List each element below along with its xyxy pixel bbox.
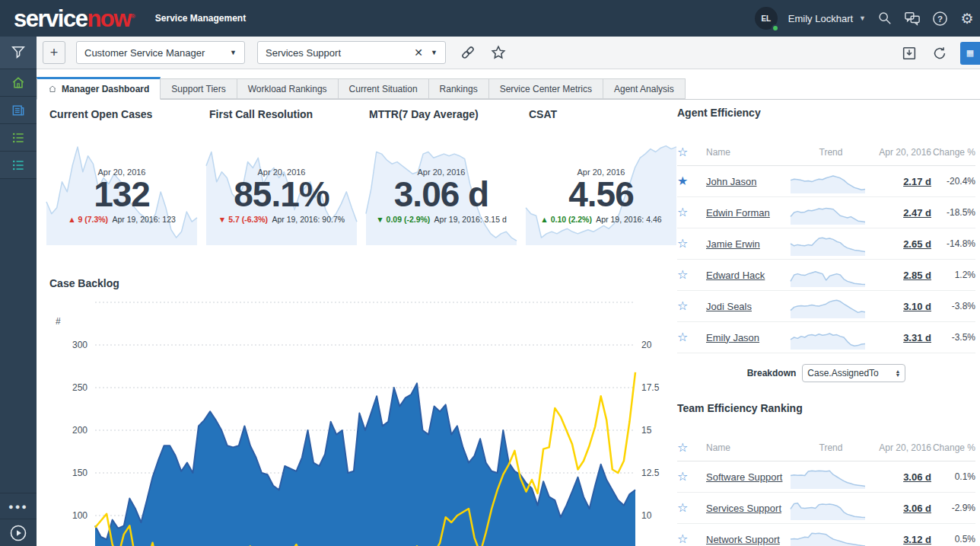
svg-text:20: 20 <box>641 340 652 350</box>
kpi-delta-change: ▼ 5.7 (-6.3%) <box>218 215 268 224</box>
tab-label: Support Tiers <box>171 84 225 94</box>
metric-value-link[interactable]: 3.06 d <box>872 471 931 483</box>
agent-table-header: ☆ Name Trend Apr 20, 2016 Change % <box>677 139 975 166</box>
favorite-star-icon[interactable]: ☆ <box>677 471 706 483</box>
servicenow-logo: servicenow® <box>14 7 135 30</box>
column-trend[interactable]: Trend <box>790 442 872 453</box>
export-icon[interactable] <box>901 45 918 62</box>
agent-name-link[interactable]: John Jason <box>706 176 790 187</box>
favorite-star-icon[interactable]: ☆ <box>677 300 706 312</box>
metric-value-link[interactable]: 2.17 d <box>872 176 931 187</box>
kpi-mttr[interactable]: MTTR(7 Day Average) Apr 20, 2016 3.06 d … <box>365 108 517 247</box>
add-dashboard-button[interactable]: + <box>43 41 65 64</box>
kpi-title: CSAT <box>525 108 677 120</box>
tab-support-tiers[interactable]: Support Tiers <box>161 78 237 99</box>
kpi-delta: ▼ 5.7 (-6.3%) Apr 19, 2016: 90.7% <box>205 215 358 224</box>
column-change[interactable]: Change % <box>931 442 975 453</box>
metric-value-link[interactable]: 3.31 d <box>872 332 931 343</box>
kpi-previous-value: Apr 19, 2016: 90.7% <box>272 215 345 224</box>
column-change[interactable]: Change % <box>931 147 975 158</box>
agent-efficiency-title: Agent Efficiency <box>677 107 975 119</box>
team-row: ☆ Network Support 3.12 d 0.5% <box>677 524 975 546</box>
agent-name-link[interactable]: Edwin Forman <box>706 207 790 219</box>
avatar[interactable]: EL <box>755 7 778 30</box>
play-button[interactable] <box>0 519 37 546</box>
case-backlog-svg: 300250200150100#2017.51512.510 <box>46 297 670 546</box>
column-date[interactable]: Apr 20, 2016 <box>872 147 931 158</box>
breakdown-filter-picker[interactable]: Services Support ✕ ▼ <box>257 41 446 64</box>
change-percent: -3.5% <box>931 332 975 343</box>
trend-sparkline <box>790 231 866 256</box>
gear-icon[interactable]: ⚙ <box>959 10 975 27</box>
agent-name-link[interactable]: Emily Jason <box>706 332 790 343</box>
metric-value-link[interactable]: 2.47 d <box>872 207 931 219</box>
kpi-value: 4.56 <box>525 177 677 212</box>
edit-dashboard-button[interactable]: ▦ <box>960 42 980 65</box>
metric-value-link[interactable]: 3.12 d <box>872 534 931 545</box>
chevron-down-icon: ▼ <box>230 49 237 56</box>
kpi-value: 132 <box>46 177 198 212</box>
favorite-star-icon[interactable]: ☆ <box>677 269 706 281</box>
more-options-icon[interactable]: ●●● <box>0 493 37 519</box>
kpi-first-call-resolution[interactable]: First Call Resolution Apr 20, 2016 85.1%… <box>205 108 358 247</box>
tab-rankings[interactable]: Rankings <box>429 78 489 99</box>
favorite-star-icon[interactable]: ☆ <box>677 502 706 514</box>
favorite-star-icon[interactable]: ★ <box>677 175 706 187</box>
agent-row: ★ John Jason 2.17 d -20.4% <box>677 166 975 197</box>
tab-label: Rankings <box>440 84 478 94</box>
column-name[interactable]: Name <box>706 147 790 158</box>
svg-text:15: 15 <box>641 425 652 436</box>
team-name-link[interactable]: Software Support <box>706 471 790 483</box>
metric-value-link[interactable]: 2.85 d <box>872 270 931 281</box>
sidebar-item-reports[interactable] <box>0 97 37 124</box>
kpi-row: Current Open Cases Apr 20, 2016 132 ▲ 9 … <box>46 108 685 247</box>
favorite-star-icon[interactable]: ☆ <box>677 331 706 343</box>
kpi-csat[interactable]: CSAT Apr 20, 2016 4.56 ▲ 0.10 (2.2%) Apr… <box>525 108 677 247</box>
svg-text:17.5: 17.5 <box>641 382 660 393</box>
team-name-link[interactable]: Network Support <box>706 534 790 545</box>
chat-icon[interactable] <box>904 10 921 27</box>
metric-value-link[interactable]: 3.06 d <box>872 503 931 514</box>
app-header: servicenow® Service Management EL Emily … <box>0 0 980 37</box>
column-trend[interactable]: Trend <box>790 147 872 158</box>
link-icon[interactable] <box>460 44 476 61</box>
user-menu[interactable]: Emily Lockhart <box>788 13 853 24</box>
tab-agent-analysis[interactable]: Agent Analysis <box>603 78 686 99</box>
dashboard-picker[interactable]: Customer Service Manager ▼ <box>76 41 245 64</box>
tab-service-center-metrics[interactable]: Service Center Metrics <box>489 78 603 99</box>
tab-manager-dashboard[interactable]: Manager Dashboard <box>37 77 161 100</box>
trend-sparkline <box>790 263 866 287</box>
tab-current-situation[interactable]: Current Situation <box>339 78 429 99</box>
kpi-previous-value: Apr 19, 2016: 3.15 d <box>434 215 507 224</box>
sidebar-item-list-green[interactable] <box>0 124 37 152</box>
chevron-down-icon[interactable]: ▼ <box>859 14 866 22</box>
clear-filter-icon[interactable]: ✕ <box>414 46 423 59</box>
agent-name-link[interactable]: Edward Hack <box>706 270 790 281</box>
tab-label: Service Center Metrics <box>500 84 592 94</box>
favorite-star-icon[interactable]: ☆ <box>677 533 706 545</box>
sidebar-item-filter[interactable] <box>0 37 37 69</box>
agent-name-link[interactable]: Jodi Seals <box>706 301 790 312</box>
star-column-icon[interactable]: ☆ <box>677 442 706 454</box>
app-sidebar: ●●● <box>0 37 37 546</box>
kpi-current-open-cases[interactable]: Current Open Cases Apr 20, 2016 132 ▲ 9 … <box>46 108 198 247</box>
breakdown-select[interactable]: Case.AssignedTo ▲▼ <box>802 364 905 382</box>
help-icon[interactable]: ? <box>931 10 948 27</box>
kpi-value: 85.1% <box>205 177 358 212</box>
agent-name-link[interactable]: Jamie Erwin <box>706 238 790 250</box>
search-icon[interactable] <box>877 10 893 27</box>
column-name[interactable]: Name <box>706 442 790 453</box>
column-date[interactable]: Apr 20, 2016 <box>872 442 931 453</box>
favorite-star-icon[interactable] <box>490 44 507 61</box>
metric-value-link[interactable]: 3.10 d <box>872 301 931 312</box>
team-name-link[interactable]: Services Support <box>706 503 790 514</box>
sidebar-item-list-teal[interactable] <box>0 152 37 179</box>
favorite-star-icon[interactable]: ☆ <box>677 238 706 250</box>
favorite-star-icon[interactable]: ☆ <box>677 206 706 219</box>
case-backlog-chart[interactable]: 300250200150100#2017.51512.510 <box>46 297 670 546</box>
metric-value-link[interactable]: 2.65 d <box>872 238 931 250</box>
sidebar-item-home[interactable] <box>0 69 37 97</box>
tab-workload-rankings[interactable]: Workload Rankings <box>237 78 339 99</box>
star-column-icon[interactable]: ☆ <box>677 146 706 158</box>
refresh-icon[interactable] <box>931 45 948 62</box>
